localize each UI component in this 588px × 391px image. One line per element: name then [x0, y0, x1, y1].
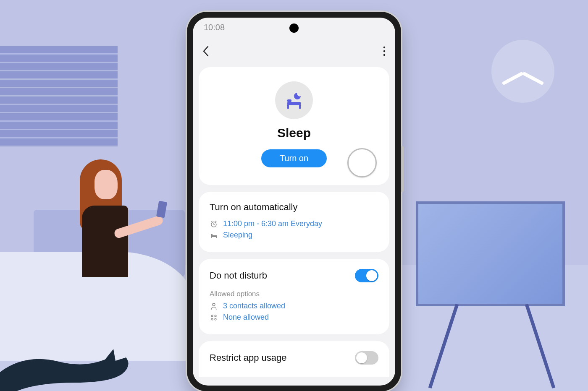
- phone-screen: 10:08: [193, 18, 395, 386]
- auto-title: Turn on automatically: [210, 202, 378, 213]
- svg-rect-10: [211, 237, 212, 238]
- svg-rect-4: [287, 99, 291, 102]
- svg-point-13: [211, 315, 213, 317]
- person-icon: [210, 302, 218, 310]
- alarm-icon: [210, 220, 218, 228]
- restrict-section: Restrict app usage: [199, 341, 389, 377]
- svg-point-14: [215, 315, 216, 317]
- svg-rect-5: [287, 105, 289, 109]
- turn-on-button[interactable]: Turn on: [261, 149, 327, 167]
- more-options-button[interactable]: [383, 45, 386, 57]
- svg-rect-3: [287, 102, 301, 105]
- app-top-bar: [193, 39, 395, 63]
- dnd-toggle[interactable]: [355, 269, 378, 282]
- svg-point-16: [215, 318, 216, 320]
- dnd-apps-row[interactable]: None allowed: [210, 313, 378, 322]
- mode-title: Sleep: [199, 126, 389, 140]
- dnd-section: Do not disturb Allowed options 3 contact…: [199, 259, 389, 334]
- svg-point-12: [213, 303, 215, 306]
- svg-rect-8: [211, 235, 217, 237]
- camera-cutout: [289, 23, 299, 33]
- auto-schedule-row: 11:00 pm - 6:30 am Everyday: [210, 219, 378, 228]
- promo-illustration: 10:08: [0, 0, 588, 391]
- bg-window-blinds: [0, 46, 118, 147]
- svg-rect-9: [211, 234, 213, 235]
- bed-moon-icon: [275, 81, 313, 119]
- phone-mockup: 10:08: [187, 12, 401, 391]
- dnd-contacts-text: 3 contacts allowed: [223, 302, 285, 310]
- bg-tv: [416, 201, 565, 306]
- bg-cat: [0, 336, 134, 391]
- back-button[interactable]: [202, 45, 210, 57]
- svg-point-15: [211, 318, 213, 320]
- auto-section[interactable]: Turn on automatically 11:00 pm - 6:30 am…: [199, 192, 389, 252]
- dnd-apps-text: None allowed: [223, 313, 269, 322]
- restrict-toggle[interactable]: [355, 351, 378, 365]
- bed-small-icon: [210, 232, 218, 239]
- dnd-contacts-row[interactable]: 3 contacts allowed: [210, 302, 378, 310]
- dnd-allowed-label: Allowed options: [210, 290, 378, 298]
- svg-point-2: [383, 54, 385, 56]
- auto-schedule-text: 11:00 pm - 6:30 am Everyday: [223, 219, 322, 228]
- svg-rect-11: [216, 237, 217, 238]
- restrict-title: Restrict app usage: [210, 352, 286, 363]
- svg-point-1: [383, 50, 385, 52]
- auto-condition-text: Sleeping: [223, 231, 252, 240]
- svg-rect-6: [299, 105, 301, 109]
- bg-wall-clock: [491, 40, 554, 103]
- mode-header-card: Sleep Turn on: [199, 67, 389, 185]
- svg-point-0: [383, 47, 385, 48]
- phone-side-button: [401, 146, 404, 192]
- apps-grid-icon: [210, 314, 218, 321]
- status-time: 10:08: [204, 23, 225, 32]
- dnd-title: Do not disturb: [210, 270, 267, 281]
- touch-indicator: [347, 148, 377, 177]
- bg-person: [63, 159, 168, 285]
- auto-condition-row: Sleeping: [210, 231, 378, 240]
